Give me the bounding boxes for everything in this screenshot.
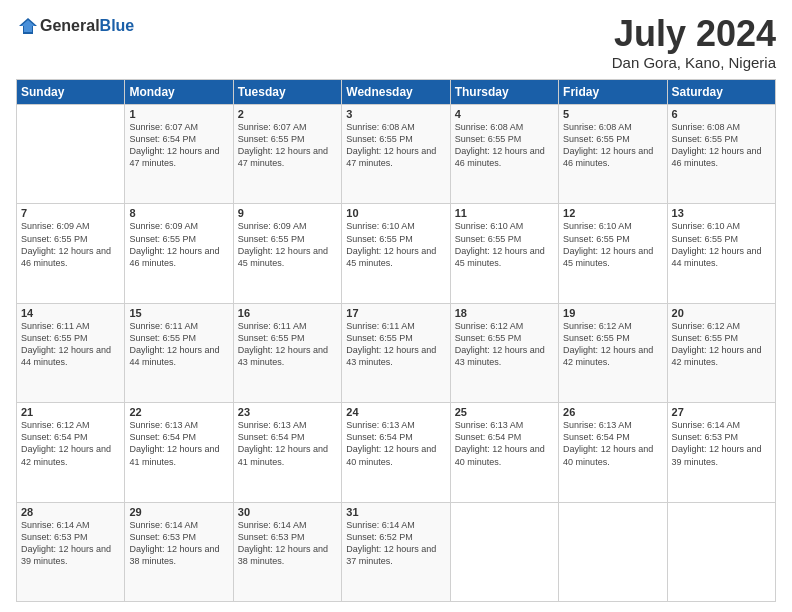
calendar-cell: 6Sunrise: 6:08 AMSunset: 6:55 PMDaylight… bbox=[667, 105, 775, 204]
day-number: 24 bbox=[346, 406, 445, 418]
day-info: Sunrise: 6:08 AMSunset: 6:55 PMDaylight:… bbox=[672, 121, 771, 170]
day-number: 21 bbox=[21, 406, 120, 418]
calendar-cell: 16Sunrise: 6:11 AMSunset: 6:55 PMDayligh… bbox=[233, 303, 341, 402]
day-number: 17 bbox=[346, 307, 445, 319]
day-info: Sunrise: 6:14 AMSunset: 6:52 PMDaylight:… bbox=[346, 519, 445, 568]
calendar-cell: 8Sunrise: 6:09 AMSunset: 6:55 PMDaylight… bbox=[125, 204, 233, 303]
calendar-week-row-5: 28Sunrise: 6:14 AMSunset: 6:53 PMDayligh… bbox=[17, 502, 776, 601]
calendar-cell: 27Sunrise: 6:14 AMSunset: 6:53 PMDayligh… bbox=[667, 403, 775, 502]
title-block: July 2024 Dan Gora, Kano, Nigeria bbox=[612, 16, 776, 71]
day-info: Sunrise: 6:12 AMSunset: 6:54 PMDaylight:… bbox=[21, 419, 120, 468]
day-info: Sunrise: 6:11 AMSunset: 6:55 PMDaylight:… bbox=[129, 320, 228, 369]
col-wednesday: Wednesday bbox=[342, 80, 450, 105]
calendar-cell: 4Sunrise: 6:08 AMSunset: 6:55 PMDaylight… bbox=[450, 105, 558, 204]
calendar-cell: 22Sunrise: 6:13 AMSunset: 6:54 PMDayligh… bbox=[125, 403, 233, 502]
col-sunday: Sunday bbox=[17, 80, 125, 105]
day-info: Sunrise: 6:12 AMSunset: 6:55 PMDaylight:… bbox=[672, 320, 771, 369]
day-info: Sunrise: 6:07 AMSunset: 6:54 PMDaylight:… bbox=[129, 121, 228, 170]
calendar-cell: 3Sunrise: 6:08 AMSunset: 6:55 PMDaylight… bbox=[342, 105, 450, 204]
day-number: 10 bbox=[346, 207, 445, 219]
day-info: Sunrise: 6:08 AMSunset: 6:55 PMDaylight:… bbox=[346, 121, 445, 170]
day-info: Sunrise: 6:12 AMSunset: 6:55 PMDaylight:… bbox=[563, 320, 662, 369]
day-number: 13 bbox=[672, 207, 771, 219]
day-info: Sunrise: 6:11 AMSunset: 6:55 PMDaylight:… bbox=[238, 320, 337, 369]
day-number: 25 bbox=[455, 406, 554, 418]
day-info: Sunrise: 6:10 AMSunset: 6:55 PMDaylight:… bbox=[346, 220, 445, 269]
calendar-cell: 5Sunrise: 6:08 AMSunset: 6:55 PMDaylight… bbox=[559, 105, 667, 204]
day-number: 9 bbox=[238, 207, 337, 219]
day-info: Sunrise: 6:13 AMSunset: 6:54 PMDaylight:… bbox=[455, 419, 554, 468]
day-info: Sunrise: 6:08 AMSunset: 6:55 PMDaylight:… bbox=[563, 121, 662, 170]
day-number: 30 bbox=[238, 506, 337, 518]
day-info: Sunrise: 6:14 AMSunset: 6:53 PMDaylight:… bbox=[238, 519, 337, 568]
day-number: 28 bbox=[21, 506, 120, 518]
calendar-cell bbox=[17, 105, 125, 204]
calendar-week-row-4: 21Sunrise: 6:12 AMSunset: 6:54 PMDayligh… bbox=[17, 403, 776, 502]
logo-icon bbox=[18, 16, 38, 36]
calendar-cell: 1Sunrise: 6:07 AMSunset: 6:54 PMDaylight… bbox=[125, 105, 233, 204]
day-info: Sunrise: 6:13 AMSunset: 6:54 PMDaylight:… bbox=[129, 419, 228, 468]
day-number: 3 bbox=[346, 108, 445, 120]
day-number: 27 bbox=[672, 406, 771, 418]
col-thursday: Thursday bbox=[450, 80, 558, 105]
day-number: 8 bbox=[129, 207, 228, 219]
calendar-cell bbox=[667, 502, 775, 601]
day-number: 20 bbox=[672, 307, 771, 319]
day-info: Sunrise: 6:10 AMSunset: 6:55 PMDaylight:… bbox=[672, 220, 771, 269]
day-info: Sunrise: 6:10 AMSunset: 6:55 PMDaylight:… bbox=[563, 220, 662, 269]
calendar-week-row-1: 1Sunrise: 6:07 AMSunset: 6:54 PMDaylight… bbox=[17, 105, 776, 204]
day-info: Sunrise: 6:07 AMSunset: 6:55 PMDaylight:… bbox=[238, 121, 337, 170]
day-number: 16 bbox=[238, 307, 337, 319]
day-info: Sunrise: 6:11 AMSunset: 6:55 PMDaylight:… bbox=[346, 320, 445, 369]
day-number: 11 bbox=[455, 207, 554, 219]
day-info: Sunrise: 6:08 AMSunset: 6:55 PMDaylight:… bbox=[455, 121, 554, 170]
calendar-header-row: Sunday Monday Tuesday Wednesday Thursday… bbox=[17, 80, 776, 105]
day-info: Sunrise: 6:14 AMSunset: 6:53 PMDaylight:… bbox=[21, 519, 120, 568]
location: Dan Gora, Kano, Nigeria bbox=[612, 54, 776, 71]
day-info: Sunrise: 6:14 AMSunset: 6:53 PMDaylight:… bbox=[672, 419, 771, 468]
col-tuesday: Tuesday bbox=[233, 80, 341, 105]
day-number: 2 bbox=[238, 108, 337, 120]
calendar-cell: 7Sunrise: 6:09 AMSunset: 6:55 PMDaylight… bbox=[17, 204, 125, 303]
day-info: Sunrise: 6:13 AMSunset: 6:54 PMDaylight:… bbox=[238, 419, 337, 468]
calendar-cell: 29Sunrise: 6:14 AMSunset: 6:53 PMDayligh… bbox=[125, 502, 233, 601]
day-number: 26 bbox=[563, 406, 662, 418]
calendar-cell bbox=[559, 502, 667, 601]
page-header: GeneralBlue July 2024 Dan Gora, Kano, Ni… bbox=[16, 16, 776, 71]
day-number: 19 bbox=[563, 307, 662, 319]
calendar-cell: 25Sunrise: 6:13 AMSunset: 6:54 PMDayligh… bbox=[450, 403, 558, 502]
calendar-cell: 13Sunrise: 6:10 AMSunset: 6:55 PMDayligh… bbox=[667, 204, 775, 303]
col-friday: Friday bbox=[559, 80, 667, 105]
calendar-week-row-3: 14Sunrise: 6:11 AMSunset: 6:55 PMDayligh… bbox=[17, 303, 776, 402]
calendar-cell: 12Sunrise: 6:10 AMSunset: 6:55 PMDayligh… bbox=[559, 204, 667, 303]
day-number: 12 bbox=[563, 207, 662, 219]
logo-general: General bbox=[40, 17, 100, 34]
day-number: 14 bbox=[21, 307, 120, 319]
calendar-week-row-2: 7Sunrise: 6:09 AMSunset: 6:55 PMDaylight… bbox=[17, 204, 776, 303]
col-saturday: Saturday bbox=[667, 80, 775, 105]
day-info: Sunrise: 6:09 AMSunset: 6:55 PMDaylight:… bbox=[238, 220, 337, 269]
day-number: 22 bbox=[129, 406, 228, 418]
calendar-cell: 24Sunrise: 6:13 AMSunset: 6:54 PMDayligh… bbox=[342, 403, 450, 502]
day-number: 29 bbox=[129, 506, 228, 518]
calendar-cell: 18Sunrise: 6:12 AMSunset: 6:55 PMDayligh… bbox=[450, 303, 558, 402]
day-number: 4 bbox=[455, 108, 554, 120]
day-number: 31 bbox=[346, 506, 445, 518]
day-number: 18 bbox=[455, 307, 554, 319]
calendar-cell: 15Sunrise: 6:11 AMSunset: 6:55 PMDayligh… bbox=[125, 303, 233, 402]
calendar-cell: 31Sunrise: 6:14 AMSunset: 6:52 PMDayligh… bbox=[342, 502, 450, 601]
calendar-cell: 28Sunrise: 6:14 AMSunset: 6:53 PMDayligh… bbox=[17, 502, 125, 601]
col-monday: Monday bbox=[125, 80, 233, 105]
day-info: Sunrise: 6:14 AMSunset: 6:53 PMDaylight:… bbox=[129, 519, 228, 568]
day-number: 7 bbox=[21, 207, 120, 219]
calendar-cell: 19Sunrise: 6:12 AMSunset: 6:55 PMDayligh… bbox=[559, 303, 667, 402]
calendar-cell: 26Sunrise: 6:13 AMSunset: 6:54 PMDayligh… bbox=[559, 403, 667, 502]
logo-blue: Blue bbox=[100, 17, 135, 34]
calendar-cell: 14Sunrise: 6:11 AMSunset: 6:55 PMDayligh… bbox=[17, 303, 125, 402]
calendar-cell: 21Sunrise: 6:12 AMSunset: 6:54 PMDayligh… bbox=[17, 403, 125, 502]
day-info: Sunrise: 6:09 AMSunset: 6:55 PMDaylight:… bbox=[21, 220, 120, 269]
day-info: Sunrise: 6:11 AMSunset: 6:55 PMDaylight:… bbox=[21, 320, 120, 369]
day-number: 1 bbox=[129, 108, 228, 120]
day-number: 5 bbox=[563, 108, 662, 120]
day-info: Sunrise: 6:13 AMSunset: 6:54 PMDaylight:… bbox=[346, 419, 445, 468]
